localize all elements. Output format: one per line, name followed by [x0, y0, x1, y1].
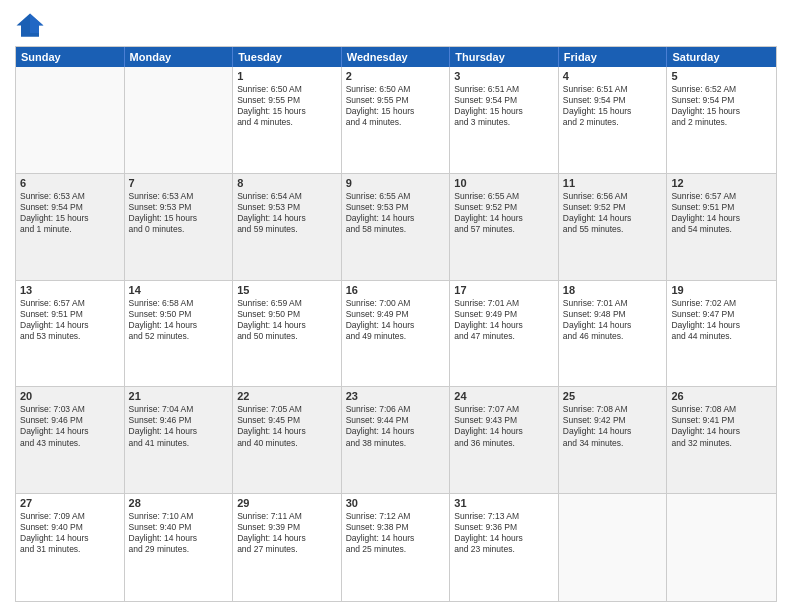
- day-cell-20: 20Sunrise: 7:03 AMSunset: 9:46 PMDayligh…: [16, 387, 125, 493]
- day-cell-1: 1Sunrise: 6:50 AMSunset: 9:55 PMDaylight…: [233, 67, 342, 173]
- day-cell-7: 7Sunrise: 6:53 AMSunset: 9:53 PMDaylight…: [125, 174, 234, 280]
- cell-info-line: Sunrise: 7:08 AM: [563, 404, 663, 415]
- cell-info-line: Daylight: 14 hours: [237, 426, 337, 437]
- day-number: 12: [671, 177, 772, 189]
- cell-info-line: Sunrise: 7:02 AM: [671, 298, 772, 309]
- calendar: SundayMondayTuesdayWednesdayThursdayFrid…: [15, 46, 777, 602]
- svg-marker-1: [30, 13, 44, 33]
- cell-info-line: Sunrise: 7:11 AM: [237, 511, 337, 522]
- logo-icon: [15, 10, 45, 40]
- day-cell-31: 31Sunrise: 7:13 AMSunset: 9:36 PMDayligh…: [450, 494, 559, 601]
- cell-info-line: Daylight: 14 hours: [454, 213, 554, 224]
- day-cell-19: 19Sunrise: 7:02 AMSunset: 9:47 PMDayligh…: [667, 281, 776, 387]
- cell-info-line: Sunset: 9:50 PM: [237, 309, 337, 320]
- cell-info-line: Sunrise: 6:52 AM: [671, 84, 772, 95]
- cell-info-line: Daylight: 15 hours: [20, 213, 120, 224]
- day-number: 31: [454, 497, 554, 509]
- cell-info-line: Daylight: 14 hours: [20, 533, 120, 544]
- cell-info-line: Sunrise: 6:58 AM: [129, 298, 229, 309]
- cell-info-line: and 0 minutes.: [129, 224, 229, 235]
- cell-info-line: Daylight: 14 hours: [563, 213, 663, 224]
- day-cell-28: 28Sunrise: 7:10 AMSunset: 9:40 PMDayligh…: [125, 494, 234, 601]
- cell-info-line: Sunrise: 6:57 AM: [20, 298, 120, 309]
- empty-cell: [559, 494, 668, 601]
- day-number: 5: [671, 70, 772, 82]
- day-cell-23: 23Sunrise: 7:06 AMSunset: 9:44 PMDayligh…: [342, 387, 451, 493]
- day-number: 17: [454, 284, 554, 296]
- cell-info-line: Sunset: 9:49 PM: [454, 309, 554, 320]
- cell-info-line: and 44 minutes.: [671, 331, 772, 342]
- day-number: 14: [129, 284, 229, 296]
- calendar-body: 1Sunrise: 6:50 AMSunset: 9:55 PMDaylight…: [16, 67, 776, 601]
- week-row-2: 6Sunrise: 6:53 AMSunset: 9:54 PMDaylight…: [16, 174, 776, 281]
- cell-info-line: Daylight: 14 hours: [129, 426, 229, 437]
- cell-info-line: and 25 minutes.: [346, 544, 446, 555]
- empty-cell: [125, 67, 234, 173]
- cell-info-line: Daylight: 15 hours: [454, 106, 554, 117]
- day-cell-15: 15Sunrise: 6:59 AMSunset: 9:50 PMDayligh…: [233, 281, 342, 387]
- day-cell-3: 3Sunrise: 6:51 AMSunset: 9:54 PMDaylight…: [450, 67, 559, 173]
- day-number: 16: [346, 284, 446, 296]
- day-cell-29: 29Sunrise: 7:11 AMSunset: 9:39 PMDayligh…: [233, 494, 342, 601]
- cell-info-line: Sunset: 9:41 PM: [671, 415, 772, 426]
- day-cell-25: 25Sunrise: 7:08 AMSunset: 9:42 PMDayligh…: [559, 387, 668, 493]
- day-number: 26: [671, 390, 772, 402]
- day-cell-16: 16Sunrise: 7:00 AMSunset: 9:49 PMDayligh…: [342, 281, 451, 387]
- cell-info-line: Sunrise: 6:56 AM: [563, 191, 663, 202]
- cell-info-line: and 50 minutes.: [237, 331, 337, 342]
- week-row-3: 13Sunrise: 6:57 AMSunset: 9:51 PMDayligh…: [16, 281, 776, 388]
- cell-info-line: Daylight: 14 hours: [237, 213, 337, 224]
- cell-info-line: and 23 minutes.: [454, 544, 554, 555]
- cell-info-line: Daylight: 15 hours: [563, 106, 663, 117]
- cell-info-line: Sunset: 9:51 PM: [671, 202, 772, 213]
- day-cell-17: 17Sunrise: 7:01 AMSunset: 9:49 PMDayligh…: [450, 281, 559, 387]
- cell-info-line: Sunset: 9:38 PM: [346, 522, 446, 533]
- day-cell-8: 8Sunrise: 6:54 AMSunset: 9:53 PMDaylight…: [233, 174, 342, 280]
- empty-cell: [667, 494, 776, 601]
- day-cell-30: 30Sunrise: 7:12 AMSunset: 9:38 PMDayligh…: [342, 494, 451, 601]
- day-cell-18: 18Sunrise: 7:01 AMSunset: 9:48 PMDayligh…: [559, 281, 668, 387]
- day-cell-24: 24Sunrise: 7:07 AMSunset: 9:43 PMDayligh…: [450, 387, 559, 493]
- cell-info-line: and 31 minutes.: [20, 544, 120, 555]
- cell-info-line: Daylight: 15 hours: [671, 106, 772, 117]
- header-day-monday: Monday: [125, 47, 234, 67]
- cell-info-line: Sunset: 9:46 PM: [20, 415, 120, 426]
- header-day-friday: Friday: [559, 47, 668, 67]
- cell-info-line: Sunrise: 7:04 AM: [129, 404, 229, 415]
- cell-info-line: and 36 minutes.: [454, 438, 554, 449]
- cell-info-line: Sunset: 9:44 PM: [346, 415, 446, 426]
- cell-info-line: Daylight: 14 hours: [20, 426, 120, 437]
- cell-info-line: Daylight: 14 hours: [129, 320, 229, 331]
- cell-info-line: and 58 minutes.: [346, 224, 446, 235]
- cell-info-line: Daylight: 14 hours: [563, 320, 663, 331]
- cell-info-line: and 2 minutes.: [671, 117, 772, 128]
- cell-info-line: and 57 minutes.: [454, 224, 554, 235]
- cell-info-line: and 55 minutes.: [563, 224, 663, 235]
- cell-info-line: Daylight: 14 hours: [671, 320, 772, 331]
- day-cell-5: 5Sunrise: 6:52 AMSunset: 9:54 PMDaylight…: [667, 67, 776, 173]
- cell-info-line: Sunset: 9:51 PM: [20, 309, 120, 320]
- cell-info-line: and 34 minutes.: [563, 438, 663, 449]
- cell-info-line: Daylight: 14 hours: [454, 533, 554, 544]
- cell-info-line: Sunrise: 7:03 AM: [20, 404, 120, 415]
- cell-info-line: Sunset: 9:53 PM: [346, 202, 446, 213]
- day-number: 10: [454, 177, 554, 189]
- cell-info-line: and 4 minutes.: [346, 117, 446, 128]
- day-number: 25: [563, 390, 663, 402]
- day-cell-27: 27Sunrise: 7:09 AMSunset: 9:40 PMDayligh…: [16, 494, 125, 601]
- cell-info-line: Sunrise: 7:05 AM: [237, 404, 337, 415]
- day-number: 13: [20, 284, 120, 296]
- cell-info-line: and 4 minutes.: [237, 117, 337, 128]
- cell-info-line: and 43 minutes.: [20, 438, 120, 449]
- cell-info-line: and 53 minutes.: [20, 331, 120, 342]
- cell-info-line: Sunrise: 7:01 AM: [563, 298, 663, 309]
- cell-info-line: Daylight: 14 hours: [129, 533, 229, 544]
- header-day-thursday: Thursday: [450, 47, 559, 67]
- day-number: 22: [237, 390, 337, 402]
- day-cell-9: 9Sunrise: 6:55 AMSunset: 9:53 PMDaylight…: [342, 174, 451, 280]
- cell-info-line: Sunrise: 7:10 AM: [129, 511, 229, 522]
- cell-info-line: Daylight: 14 hours: [346, 533, 446, 544]
- cell-info-line: Sunset: 9:36 PM: [454, 522, 554, 533]
- day-number: 8: [237, 177, 337, 189]
- cell-info-line: Sunset: 9:43 PM: [454, 415, 554, 426]
